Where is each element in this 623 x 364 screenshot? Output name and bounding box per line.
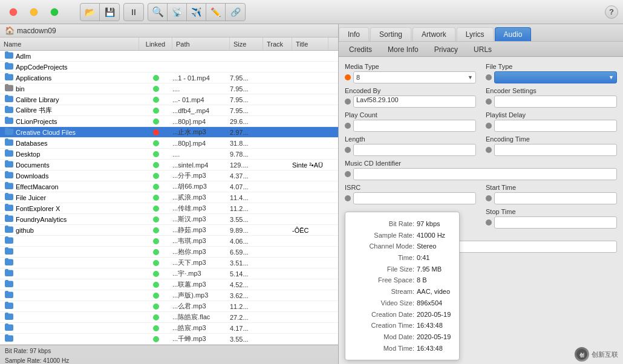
folder-icon (5, 182, 13, 191)
tab-lyrics[interactable]: Lyrics (457, 27, 494, 41)
start-time-input[interactable] (494, 192, 617, 204)
linked-dot (153, 216, 159, 223)
list-item[interactable]: bin....7.95... (0, 83, 338, 94)
file-type-field: File Type (486, 63, 617, 83)
save-button[interactable]: 💾 (100, 4, 119, 21)
list-item[interactable]: Calibre Library...- 01.mp47.95... (0, 94, 338, 105)
isrc-input[interactable] (353, 192, 476, 204)
tab-audio[interactable]: Audio (495, 27, 532, 41)
col-header-size[interactable]: Size (230, 37, 263, 50)
linked-dot (153, 86, 159, 92)
list-item[interactable]: Downloads...分手.mp34.37... (0, 171, 338, 181)
file-size: 4.37... (230, 172, 263, 180)
list-item[interactable]: ...么君.mp311.2... (0, 301, 338, 312)
tab2-credits[interactable]: Credits (341, 43, 380, 56)
edit-button[interactable]: ✏️ (206, 4, 226, 21)
list-item[interactable]: Documents...sintel.mp4129....Sinte ²•AÜ (0, 160, 338, 171)
list-item[interactable]: Adlm (0, 51, 338, 62)
start-time-dot (486, 195, 492, 201)
play-count-dot (345, 123, 351, 129)
media-button[interactable]: ⏸ (124, 4, 143, 21)
list-item[interactable]: File Juicer...贰浪.mp311.4... (0, 192, 338, 203)
link-button[interactable]: 🔗 (226, 4, 245, 21)
tab-info[interactable]: Info (339, 27, 369, 41)
encoded-by-label: Encoded By (345, 87, 476, 94)
file-path: ...静茹.mp3 (172, 226, 230, 235)
file-type-select[interactable] (494, 71, 617, 83)
list-item[interactable]: FoundryAnalytics...斯汉.mp33.55... (0, 214, 338, 225)
file-path: ...么君.mp3 (172, 302, 230, 311)
file-path: ...80p].mp4 (172, 118, 230, 125)
playlist-delay-dot (486, 123, 492, 129)
list-item[interactable]: Databases...80p].mp431.8... (0, 138, 338, 149)
file-size: 3.62... (230, 292, 263, 299)
list-item[interactable]: EffectMacaron...胡66.mp34.07... (0, 181, 338, 192)
list-item[interactable]: Creative Cloud Files...止水.mp32.97... (0, 127, 338, 138)
linked-dot (153, 249, 159, 255)
linked-dot (153, 140, 159, 146)
linked-dot (153, 314, 159, 320)
isrc-dot (345, 195, 351, 201)
broadcast-button[interactable]: 📡 (168, 4, 187, 21)
encoded-by-input[interactable]: Lavf58.29.100 (353, 96, 476, 108)
close-button[interactable] (5, 4, 22, 21)
folder-icon (5, 73, 13, 82)
col-header-linked[interactable]: Linked (139, 37, 172, 50)
list-item[interactable]: ...宇·.mp35.14... (0, 268, 338, 279)
col-header-path[interactable]: Path (172, 37, 230, 50)
col-header-name[interactable]: Name (0, 37, 139, 50)
stop-time-input[interactable] (494, 216, 617, 229)
list-item[interactable]: github...静茹.mp39.89...-ÔĒC (0, 225, 338, 236)
encoding-time-input[interactable] (494, 144, 617, 156)
list-item[interactable]: ...韦琪.mp34.06... (0, 236, 338, 247)
encoder-settings-input[interactable] (494, 96, 617, 108)
list-item[interactable]: AppCodeProjects (0, 62, 338, 73)
list-item[interactable]: ...声版).mp33.62... (0, 290, 338, 301)
play-count-input[interactable] (353, 120, 476, 132)
maximize-button[interactable] (46, 4, 63, 21)
open-button[interactable]: 📂 (80, 4, 100, 21)
tab-sorting[interactable]: Sorting (370, 27, 411, 41)
folder-icon (5, 334, 13, 343)
list-item[interactable]: ...陈皓宸.flac27.2... (0, 312, 338, 323)
list-item[interactable]: Calibre 书库...dfb4_.mp47.95... (0, 105, 338, 116)
tab2-urls[interactable]: URLs (466, 43, 500, 56)
file-path: ...传雄.mp3 (172, 204, 230, 213)
file-size: 2.97... (230, 129, 263, 136)
stop-time-label: Stop Time (486, 208, 617, 215)
folder-icon (5, 95, 13, 104)
folder-icon (5, 291, 13, 300)
column-headers: Name Linked Path Size Track Title (0, 37, 338, 51)
list-item[interactable]: FontExplorer X...传雄.mp311.2... (0, 203, 338, 214)
linked-dot (153, 271, 159, 277)
linked-dot (153, 151, 159, 157)
col-header-track[interactable]: Track (263, 37, 292, 50)
list-item[interactable]: ...千蝉.mp33.55... (0, 334, 338, 345)
list-item[interactable]: ...联蕙.mp34.52... (0, 279, 338, 290)
length-input[interactable] (353, 144, 476, 156)
file-list[interactable]: AdlmAppCodeProjectsApplications...1 - 01… (0, 51, 338, 345)
col-header-title[interactable]: Title (292, 37, 328, 50)
zoom-in-button[interactable]: 🔍 (148, 4, 168, 21)
tab2-privacy[interactable]: Privacy (426, 43, 466, 56)
list-item[interactable]: ...天下.mp33.51... (0, 258, 338, 268)
list-item[interactable]: CLionProjects...80p].mp429.6... (0, 116, 338, 127)
plane-button[interactable]: ✈️ (187, 4, 206, 21)
linked-dot (153, 227, 159, 233)
music-cd-input[interactable] (353, 168, 617, 180)
media-type-input[interactable]: 8 (353, 71, 476, 83)
list-item[interactable]: ...皓宸.mp34.17... (0, 323, 338, 334)
tab2-more_info[interactable]: More Info (380, 43, 426, 56)
playlist-delay-input[interactable] (494, 120, 617, 132)
list-item[interactable]: ...抱你.mp36.59... (0, 247, 338, 258)
tab-artwork[interactable]: Artwork (413, 27, 455, 41)
minimize-button[interactable] (25, 4, 42, 21)
help-button[interactable]: ? (605, 5, 618, 19)
encoded-by-field: Encoded By Lavf58.29.100 (345, 87, 476, 108)
list-item[interactable]: Applications...1 - 01.mp47.95... (0, 73, 338, 83)
file-size: 27.2... (230, 314, 263, 321)
media-type-field: Media Type 8 (345, 63, 476, 83)
file-path: ...dfb4_.mp4 (172, 107, 230, 114)
list-item[interactable]: Desktop....9.78... (0, 149, 338, 160)
file-name-label: FontExplorer X (16, 205, 60, 212)
